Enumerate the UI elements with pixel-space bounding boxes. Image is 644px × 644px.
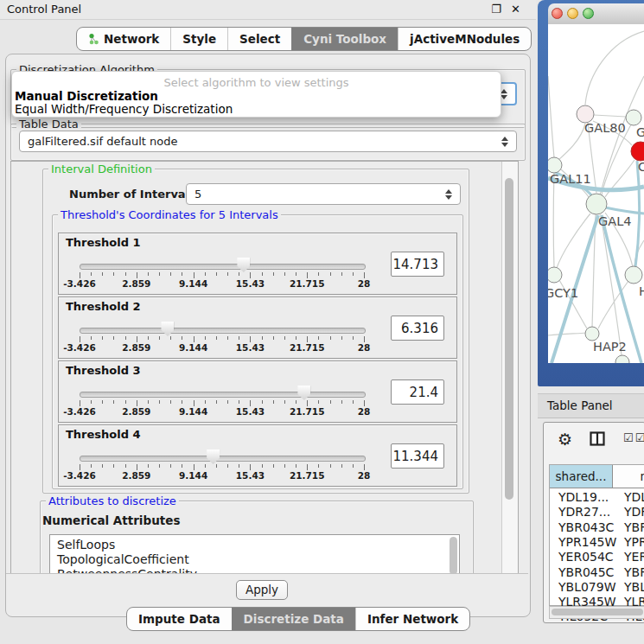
network-canvas[interactable]: GAL80GCGAL11GAL4GCY1HHAP2 (548, 24, 644, 363)
close-traffic-light-icon[interactable] (552, 8, 563, 19)
numerical-attributes-list[interactable]: SelfLoopsTopologicalCoefficientBetweenne… (49, 534, 460, 575)
main-scrollbar-thumb[interactable] (505, 178, 513, 500)
column-header-name[interactable]: na (613, 465, 644, 488)
table-panel: ⚙ ☑☑ shared... na YDL19...YDL1YDR27...YD… (543, 422, 644, 623)
cell-name: YPR1 (624, 535, 644, 550)
float-window-icon[interactable]: ❐ (491, 3, 501, 16)
slider-thumb[interactable] (297, 386, 310, 400)
network-node-gal4[interactable] (586, 194, 607, 214)
tab-label: Network (104, 32, 159, 46)
table-row[interactable]: YDR27...YDR2 (550, 505, 644, 520)
table-row[interactable]: YDL19...YDL1 (550, 490, 644, 505)
slider-tick-label: 9.144 (179, 342, 207, 353)
main-scrollbar-track[interactable] (501, 162, 518, 574)
bottom-tabbar: Impute DataDiscretize DataInfer Network (126, 607, 470, 631)
threshold-value-field[interactable]: 14.713 (391, 252, 444, 277)
tab-discretize-data[interactable]: Discretize Data (232, 608, 355, 630)
tab-infer-network[interactable]: Infer Network (355, 608, 469, 630)
network-node-gal11[interactable] (548, 157, 562, 173)
table-row[interactable]: YPR145WYPR1 (550, 535, 644, 550)
slider-tick (262, 272, 263, 276)
slider-tick (91, 336, 92, 340)
list-item-selfloops[interactable]: SelfLoops (50, 538, 459, 552)
tab-label: Cyni Toolbox (303, 32, 386, 46)
network-window-titlebar[interactable] (548, 3, 644, 25)
gear-icon[interactable]: ⚙ (558, 430, 572, 449)
minimize-traffic-light-icon[interactable] (567, 8, 578, 19)
slider-tick (194, 400, 194, 406)
slider-tick (102, 464, 103, 468)
slider-tick (182, 336, 182, 340)
slider-track[interactable] (80, 456, 366, 462)
cell-shared-name: YBR043C (558, 520, 614, 535)
table-hscrollbar-track[interactable] (549, 606, 644, 619)
numerical-attributes-label: Numerical Attributes (42, 513, 180, 527)
table-row[interactable]: YBR043CYBR0 (550, 520, 644, 535)
network-node-gcy1[interactable] (548, 267, 562, 283)
table-row[interactable]: YER054CYER0 (550, 550, 644, 564)
slider-tick (159, 272, 160, 276)
slider-tick (307, 400, 308, 406)
list-scrollbar-thumb[interactable] (450, 537, 457, 575)
menu-item-equal-width-discretization[interactable]: Equal Width/Frequency Discretization (15, 102, 233, 116)
slider-tick (364, 336, 365, 342)
table-hscrollbar-thumb[interactable] (552, 609, 643, 615)
table-row[interactable]: YBL079WYBL0 (550, 580, 644, 595)
network-node-h[interactable] (625, 266, 642, 284)
checkbox-columns-icon[interactable]: ☑☑ (623, 431, 644, 444)
slider-tick-label: 2.859 (122, 470, 150, 481)
tab-jactivemnodules[interactable]: jActiveMNodules (398, 28, 531, 50)
tab-impute-data[interactable]: Impute Data (127, 608, 232, 630)
slider-tick (102, 272, 103, 276)
slider-tick-label: 15.43 (236, 470, 265, 481)
tab-style[interactable]: Style (170, 28, 227, 50)
network-node-hap2[interactable] (585, 327, 599, 341)
tab-label: Style (182, 32, 216, 46)
network-node-g[interactable] (626, 110, 641, 125)
slider-track[interactable] (80, 392, 366, 398)
column-header-shared-name[interactable]: shared... (550, 465, 613, 488)
slider-tick-label: -3.426 (63, 342, 96, 353)
tab-select[interactable]: Select (227, 28, 291, 50)
slider-track[interactable] (80, 328, 366, 334)
slider-tick (205, 400, 206, 404)
network-node-c[interactable] (631, 142, 644, 161)
threshold-panel-4: Threshold 4-3.4262.8599.14415.4321.71528… (58, 424, 457, 487)
tab-network[interactable]: Network (77, 28, 170, 50)
columns-icon[interactable] (590, 431, 605, 446)
number-of-intervals-combobox[interactable]: 5 (186, 183, 461, 205)
menu-item-manual-discretization[interactable]: Manual Discretization (15, 89, 158, 103)
slider-tick (284, 272, 285, 276)
threshold-value-field[interactable]: 21.4 (391, 379, 444, 405)
threshold-value-field[interactable]: 11.344 (391, 443, 444, 469)
zoom-traffic-light-icon[interactable] (583, 8, 594, 19)
top-tabbar: NetworkStyleSelectCyni ToolboxjActiveMNo… (76, 27, 532, 51)
network-node-gal80[interactable] (577, 105, 594, 123)
network-node[interactable] (615, 355, 629, 363)
slider-tick (205, 272, 206, 276)
slider-tick (296, 272, 296, 276)
table-row[interactable]: YBR045CYBR0 (550, 565, 644, 580)
table-data-group-title: Table Data (16, 118, 81, 131)
slider-thumb[interactable] (207, 450, 220, 464)
interval-definition-title: Interval Definition (48, 163, 155, 175)
slider-tick (227, 336, 228, 340)
slider-tick-label: 2.859 (122, 278, 150, 289)
slider-thumb[interactable] (161, 322, 174, 336)
table-data-combobox[interactable]: galFiltered.sif default node (19, 131, 517, 152)
cell-shared-name: YBR045C (558, 565, 614, 580)
slider-thumb[interactable] (237, 258, 250, 272)
slider-track[interactable] (80, 264, 366, 270)
slider-tick (341, 464, 342, 468)
slider-tick (148, 400, 149, 404)
close-icon[interactable]: ✕ (511, 3, 520, 16)
network-node-label: GAL11 (550, 172, 591, 186)
threshold-value-field[interactable]: 6.316 (391, 316, 444, 341)
apply-button[interactable]: Apply (236, 580, 288, 600)
slider-tick-label: 2.859 (122, 342, 150, 353)
slider-tick-label: 15.43 (236, 406, 265, 417)
tab-cyni-toolbox[interactable]: Cyni Toolbox (291, 28, 398, 50)
list-item-topologicalcoefficient[interactable]: TopologicalCoefficient (50, 552, 459, 567)
slider-tick (148, 464, 149, 468)
slider-tick-label: 15.43 (236, 342, 265, 353)
